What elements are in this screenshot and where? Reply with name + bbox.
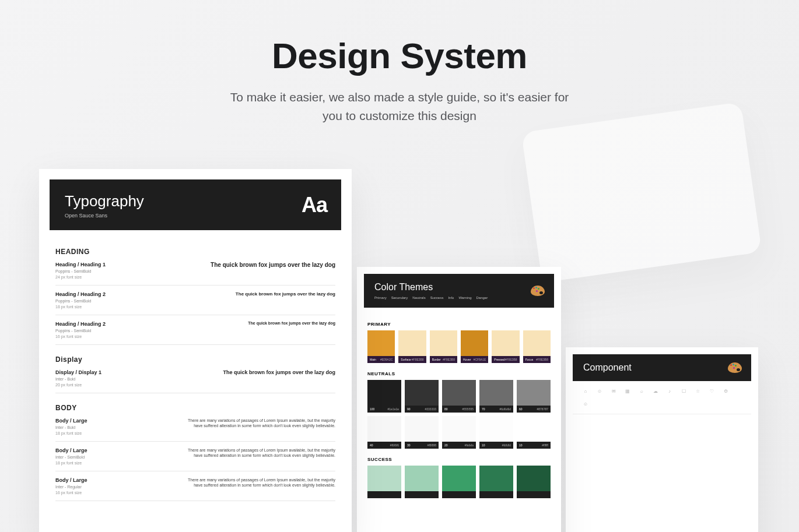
swatch-hex: #F8E3B8 <box>443 358 455 361</box>
swatch-hex: #fafafa <box>465 443 474 447</box>
color-swatch: Surface#F8E3B8 <box>398 330 426 363</box>
swatch-label: 10 <box>482 443 485 447</box>
color-tab: Info <box>448 296 454 300</box>
color-swatch <box>517 466 551 498</box>
swatch-hex: #fdfdfd <box>502 443 511 447</box>
color-tab: Primary <box>374 296 387 300</box>
type-row-meta: Inter - Regular <box>55 485 87 489</box>
color-swatch: Focus#F8E3B8 <box>523 330 551 363</box>
type-row-sample: The quick brown fox jumps over the lazy … <box>248 321 335 325</box>
swatch-band: 40#f6f6f6 <box>367 442 401 449</box>
star-icon: ☆ <box>693 387 702 395</box>
type-row-size: 20 px font size <box>55 383 101 387</box>
color-tab: Success <box>430 296 444 300</box>
color-swatch: Hover#CF8A1E <box>461 330 488 363</box>
typography-card-header: Typography Open Sauce Sans Aa <box>50 179 341 230</box>
color-tab: Secondary <box>391 296 408 300</box>
swatch-label: Surface <box>401 358 411 361</box>
swatch-band: 90#333333 <box>405 406 439 413</box>
hero-title: Design System <box>0 35 799 76</box>
swatch-band <box>405 491 439 498</box>
swatch-band: 20#fafafa <box>442 442 476 449</box>
swatch-band: 100#1e1e1e <box>367 406 401 413</box>
palette-icon <box>728 362 742 373</box>
color-title: Color Themes <box>374 282 544 293</box>
swatch-label: Focus <box>525 358 534 361</box>
grid-icon: ▦ <box>623 387 632 395</box>
type-row-meta: Poppins - SemiBold <box>55 269 106 273</box>
color-swatch <box>442 466 476 498</box>
type-row-name: Body / Large <box>55 448 87 453</box>
swatch-label: 60 <box>519 407 523 411</box>
color-tab: Neutrals <box>412 296 425 300</box>
swatch-hex: #f8f8f8 <box>427 443 436 447</box>
swatch-band: 10#fdfdfd <box>479 442 513 449</box>
swatch-label: Hover <box>463 358 471 361</box>
type-row-d1: Display / Display 1 Inter - Bold 20 px f… <box>55 364 335 393</box>
type-row-name: Heading / Heading 1 <box>55 262 106 267</box>
bell-icon: ♪ <box>665 387 674 395</box>
swatch-hex: #1e1e1e <box>388 407 399 411</box>
color-themes-card: Color Themes Primary Secondary Neutrals … <box>357 267 561 532</box>
component-title: Component <box>583 362 741 373</box>
success-swatch-row <box>367 466 551 498</box>
swatch-label: 40 <box>370 443 373 447</box>
swatch-band <box>367 491 401 498</box>
swatch-band: Surface#F8E3B8 <box>398 356 426 363</box>
color-section-neutrals: NEUTRALS <box>367 371 551 376</box>
bookmark-icon: ☐ <box>679 387 688 395</box>
swatch-label: 10 <box>519 443 523 447</box>
swatch-hex: #f6f6f6 <box>390 443 399 447</box>
color-swatch: 100#1e1e1e <box>367 380 401 413</box>
type-row-size: 24 px font size <box>55 275 106 279</box>
type-row-h2a: Heading / Heading 2 Poppins - SemiBold 1… <box>55 286 335 315</box>
color-swatch <box>479 466 513 498</box>
type-row-b2: Body / Large Inter - SemiBold 18 px font… <box>55 442 335 471</box>
swatch-hex: #555555 <box>462 407 474 411</box>
mail-icon: ✉ <box>609 387 618 395</box>
neutrals-swatch-row-1: 100#1e1e1e90#33333380#55555570#6d6d6d60#… <box>367 380 551 413</box>
neutrals-swatch-row-2: 40#f6f6f630#f8f8f820#fafafa10#fdfdfd10#f… <box>367 416 551 449</box>
section-body-title: BODY <box>55 404 335 412</box>
search-icon: ⌕ <box>637 387 646 395</box>
color-body: PRIMARY Main#E09A2CSurface#F8E3B8Border#… <box>357 308 561 498</box>
typography-glyph: Aa <box>302 193 327 217</box>
color-swatch: Pressed#F8E3B8 <box>492 330 519 363</box>
type-row-sample: The quick brown fox jumps over the lazy … <box>211 262 335 268</box>
swatch-hex: #6d6d6d <box>500 407 511 411</box>
typography-card: Typography Open Sauce Sans Aa HEADING He… <box>39 169 352 532</box>
color-swatch: 70#6d6d6d <box>479 380 513 413</box>
swatch-band <box>517 491 551 498</box>
heart-icon: ♡ <box>707 387 716 395</box>
color-swatch: Main#E09A2C <box>367 330 395 363</box>
swatch-band: Hover#CF8A1E <box>461 356 488 363</box>
component-card: Component ⌂ ☺ ✉ ▦ ⌕ ☁ ♪ ☐ ☆ ♡ ⚙ ☺ <box>566 347 758 532</box>
user-icon: ☺ <box>595 387 604 395</box>
type-row-meta: Inter - Bold <box>55 377 101 381</box>
color-swatch: 10#ffffff <box>517 416 551 449</box>
cards-area: Typography Open Sauce Sans Aa HEADING He… <box>0 169 799 532</box>
color-section-primary: PRIMARY <box>367 322 551 327</box>
swatch-label: Main <box>370 358 376 361</box>
swatch-band: Pressed#F8E3B8 <box>492 356 519 363</box>
type-row-meta: Poppins - SemiBold <box>55 299 106 303</box>
swatch-hex: #F8E3B8 <box>536 358 548 361</box>
color-swatch: Border#F8E3B8 <box>430 330 457 363</box>
color-swatch: 90#333333 <box>405 380 439 413</box>
color-swatch: 60#878787 <box>517 380 551 413</box>
swatch-band <box>479 491 513 498</box>
palette-icon <box>531 286 545 296</box>
type-row-size: 16 px font size <box>55 334 106 339</box>
swatch-band: 10#ffffff <box>517 442 551 449</box>
color-tab: Warning <box>458 296 471 300</box>
swatch-label: Pressed <box>494 358 504 361</box>
typography-subtitle: Open Sauce Sans <box>65 213 326 219</box>
type-row-meta: Inter - Bold <box>55 425 87 429</box>
type-row-meta: Poppins - SemiBold <box>55 329 106 333</box>
type-row-name: Heading / Heading 2 <box>55 291 106 297</box>
type-row-sample: There are many variations of passages of… <box>184 477 335 488</box>
swatch-band: Main#E09A2C <box>367 356 395 363</box>
home-icon: ⌂ <box>581 387 590 395</box>
color-section-success: SUCCESS <box>367 457 551 462</box>
primary-swatch-row: Main#E09A2CSurface#F8E3B8Border#F8E3B8Ho… <box>367 330 551 363</box>
